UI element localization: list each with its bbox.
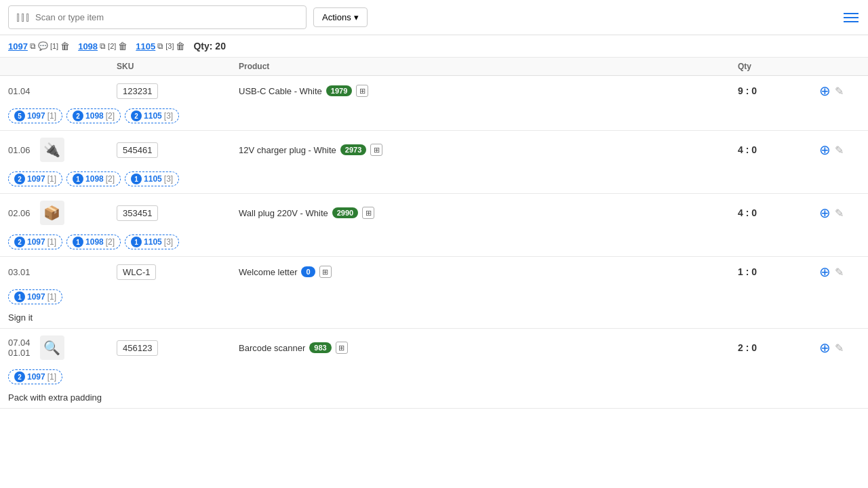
product-main-row: 01.06 🔌 545461 12V charger plug - White … xyxy=(0,131,868,169)
expand-icon[interactable]: ⊞ xyxy=(336,342,348,354)
product-tags: 1 1097 [1] xyxy=(0,287,868,311)
chip-bracket: [2] xyxy=(106,111,115,121)
location-cell: 01.06 xyxy=(8,145,31,155)
add-qty-button[interactable]: ⊕ xyxy=(819,205,831,221)
chip-id: 1097 xyxy=(27,237,45,247)
barcode-icon: ⫿⫿⫿ xyxy=(16,10,30,24)
expand-icon[interactable]: ⊞ xyxy=(362,207,374,219)
chip-bracket: [1] xyxy=(47,237,56,247)
col-qty: Qty xyxy=(738,62,819,71)
qty-cell: 4 : 0 xyxy=(738,207,819,218)
chip-id: 1097 xyxy=(27,111,45,121)
edit-button[interactable]: ✎ xyxy=(835,85,844,98)
product-name-cell: Wall plug 220V - White 2990 ⊞ xyxy=(239,207,738,219)
chat-icon-1097: 💬 xyxy=(38,41,48,51)
location-cell: 07.0401.01 xyxy=(8,338,31,358)
sku-value: 545461 xyxy=(117,142,158,158)
product-main-row: 03.01 WLC-1 Welcome letter 0 ⊞ 1 : 0 ⊕ ✎ xyxy=(0,257,868,287)
row-actions: ⊕ ✎ xyxy=(819,264,860,280)
product-name-text: Welcome letter xyxy=(239,267,297,277)
tab-1097-id[interactable]: 1097 xyxy=(8,41,28,52)
copy-icon-1097: ⧉ xyxy=(30,41,36,51)
chip-num: 1 xyxy=(14,291,25,302)
expand-icon[interactable]: ⊞ xyxy=(356,85,368,97)
tag-chip: 1 1097 [1] xyxy=(8,289,62,304)
qty-cell: 1 : 0 xyxy=(738,266,819,277)
add-qty-button[interactable]: ⊕ xyxy=(819,83,831,99)
chip-bracket: [1] xyxy=(47,372,56,382)
chip-num: 1 xyxy=(73,174,83,184)
product-badge: 1979 xyxy=(326,85,352,96)
chip-id: 1098 xyxy=(85,174,104,184)
row-note: Sign it xyxy=(0,312,868,328)
chip-id: 1098 xyxy=(85,111,104,121)
tag-chip: 5 1097 [1] xyxy=(8,108,62,123)
product-tags: 2 1097 [1] 1 1098 [2] 1 1105 [3] xyxy=(0,232,868,256)
qty-total: Qty: 20 xyxy=(193,41,225,52)
table-row: 01.06 🔌 545461 12V charger plug - White … xyxy=(0,131,868,194)
row-actions: ⊕ ✎ xyxy=(819,205,860,221)
hamburger-menu-button[interactable] xyxy=(842,12,860,24)
product-thumb: 🔌 xyxy=(40,138,64,162)
product-name-text: 12V charger plug - White xyxy=(239,145,336,155)
expand-icon[interactable]: ⊞ xyxy=(319,266,332,278)
chip-id: 1097 xyxy=(27,372,45,382)
tab-1105[interactable]: 1105 ⧉ [3] 🗑 xyxy=(136,41,185,52)
chip-bracket: [3] xyxy=(164,237,173,247)
row-note: Pack with extra padding xyxy=(0,392,868,408)
product-name-text: USB-C Cable - White xyxy=(239,86,322,96)
chip-bracket: [3] xyxy=(164,111,173,121)
chip-num: 1 xyxy=(131,174,142,184)
tab-1098[interactable]: 1098 ⧉ [2] 🗑 xyxy=(78,41,127,52)
tab-1098-count: [2] xyxy=(108,42,116,50)
tab-1097[interactable]: 1097 ⧉ 💬 [1] 🗑 xyxy=(8,41,70,52)
add-qty-button[interactable]: ⊕ xyxy=(819,264,831,280)
sku-value: 456123 xyxy=(117,340,158,356)
edit-button[interactable]: ✎ xyxy=(835,342,844,354)
chip-bracket: [1] xyxy=(47,111,56,121)
product-thumb: 🔍 xyxy=(40,336,64,360)
tab-1097-delete[interactable]: 🗑 xyxy=(60,41,70,52)
row-actions: ⊕ ✎ xyxy=(819,83,860,99)
chip-id: 1097 xyxy=(27,292,45,302)
chip-num: 1 xyxy=(131,237,142,247)
chevron-down-icon: ▾ xyxy=(354,12,359,22)
add-qty-button[interactable]: ⊕ xyxy=(819,340,831,356)
chip-num: 2 xyxy=(14,174,25,184)
chip-bracket: [1] xyxy=(47,292,56,302)
chip-bracket: [2] xyxy=(106,237,115,247)
sku-value: WLC-1 xyxy=(117,264,156,280)
product-name-cell: USB-C Cable - White 1979 ⊞ xyxy=(239,85,738,97)
col-product: Product xyxy=(239,62,738,71)
expand-icon[interactable]: ⊞ xyxy=(370,144,382,156)
table-body: 01.04 123231 USB-C Cable - White 1979 ⊞ … xyxy=(0,76,868,409)
scan-input[interactable] xyxy=(35,12,299,22)
location-thumb-cell: 01.04 xyxy=(8,86,117,96)
tab-1098-delete[interactable]: 🗑 xyxy=(118,41,127,52)
tab-1105-id[interactable]: 1105 xyxy=(136,41,155,52)
chip-num: 2 xyxy=(14,237,25,247)
tag-chip: 2 1105 [3] xyxy=(125,108,179,123)
location-cell: 03.01 xyxy=(8,267,31,277)
actions-button[interactable]: Actions ▾ xyxy=(313,7,368,27)
row-actions: ⊕ ✎ xyxy=(819,340,860,356)
tab-1105-delete[interactable]: 🗑 xyxy=(176,41,185,52)
product-tags: 2 1097 [1] 1 1098 [2] 1 1105 [3] xyxy=(0,169,868,193)
edit-button[interactable]: ✎ xyxy=(835,207,844,220)
row-actions: ⊕ ✎ xyxy=(819,142,860,158)
add-qty-button[interactable]: ⊕ xyxy=(819,142,831,158)
table-row: 07.0401.01 🔍 456123 Barcode scanner 983 … xyxy=(0,329,868,409)
table-row: 01.04 123231 USB-C Cable - White 1979 ⊞ … xyxy=(0,76,868,131)
sku-cell: 123231 xyxy=(117,83,239,99)
table-header: SKU Product Qty xyxy=(0,58,868,76)
qty-cell: 9 : 0 xyxy=(738,85,819,96)
product-main-row: 02.06 📦 353451 Wall plug 220V - White 29… xyxy=(0,194,868,232)
edit-button[interactable]: ✎ xyxy=(835,266,844,279)
col-actions xyxy=(819,62,860,71)
edit-button[interactable]: ✎ xyxy=(835,144,844,157)
chip-bracket: [1] xyxy=(47,174,56,184)
chip-bracket: [2] xyxy=(106,174,115,184)
tab-1098-id[interactable]: 1098 xyxy=(78,41,98,52)
product-tags: 2 1097 [1] xyxy=(0,367,868,391)
scan-input-wrap: ⫿⫿⫿ xyxy=(8,5,307,29)
